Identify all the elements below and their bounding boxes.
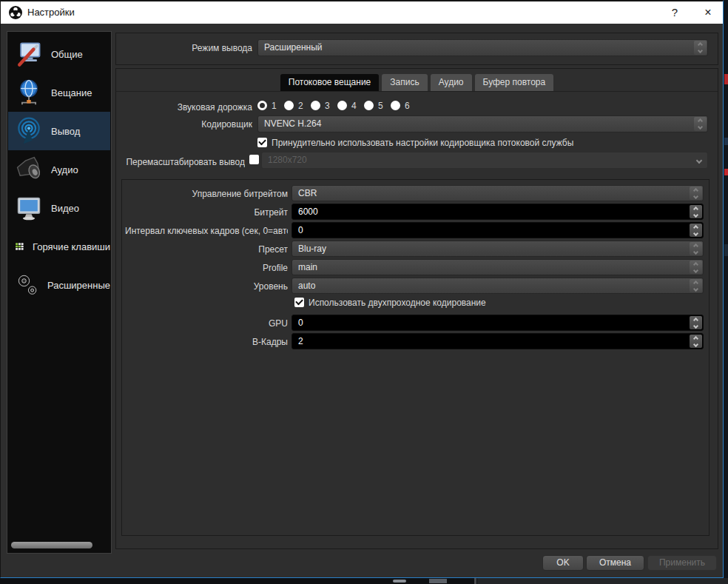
encoder-value: NVENC H.264 xyxy=(264,118,321,129)
spinner-buttons[interactable] xyxy=(690,187,702,200)
spinner-buttons[interactable] xyxy=(690,205,702,218)
cancel-button[interactable]: Отмена xyxy=(586,555,644,571)
window-title: Настройки xyxy=(27,1,75,24)
rescale-resolution-select: 1280x720 xyxy=(261,152,708,169)
tab-recording[interactable]: Запись xyxy=(382,74,427,91)
sidebar-item-video[interactable]: Видео xyxy=(8,189,110,227)
profile-select[interactable]: main xyxy=(291,259,704,275)
settings-window: Настройки ? × Общие xyxy=(0,0,724,578)
background-fragment xyxy=(724,74,728,84)
output-icon xyxy=(14,116,44,146)
spinner-buttons[interactable] xyxy=(690,279,702,292)
level-label: Уровень xyxy=(125,278,288,295)
audio-track-option: 6 xyxy=(405,101,410,111)
advanced-icon xyxy=(14,270,40,300)
tab-baseline xyxy=(116,91,718,92)
audio-track-radio-2[interactable] xyxy=(284,101,294,110)
audio-track-label: Звуковая дорожка xyxy=(115,99,252,115)
sidebar-item-audio[interactable]: Аудио xyxy=(8,150,110,189)
background-fragment xyxy=(429,579,447,583)
encoder-select[interactable]: NVENC H.264 xyxy=(257,115,708,132)
spinner-buttons[interactable] xyxy=(690,316,702,329)
spinner-buttons[interactable] xyxy=(694,41,707,55)
spinner-buttons[interactable] xyxy=(690,242,702,255)
bitrate-input[interactable]: 6000 xyxy=(291,204,704,220)
sidebar-item-label: Видео xyxy=(51,203,79,214)
spinner-buttons[interactable] xyxy=(690,224,702,237)
hotkeys-icon xyxy=(14,232,25,261)
bitrate-label: Битрейт xyxy=(125,204,288,221)
b-frames-value: 2 xyxy=(298,336,303,346)
output-mode-label: Режим вывода xyxy=(115,40,252,56)
sidebar-horizontal-scrollbar[interactable] xyxy=(11,542,92,548)
tab-replay-buffer[interactable]: Буфер повтора xyxy=(475,74,554,91)
gpu-label: GPU xyxy=(125,315,288,332)
rescale-label: Перемасштабировать вывод xyxy=(115,154,245,170)
ok-button[interactable]: OK xyxy=(542,555,584,571)
encoder-label: Кодировщик xyxy=(115,116,252,132)
audio-icon xyxy=(14,155,44,184)
settings-category-list: Общие Вещание xyxy=(7,31,112,554)
preset-value: Blu-ray xyxy=(298,244,326,254)
titlebar: Настройки ? × xyxy=(1,1,723,24)
gpu-value: 0 xyxy=(298,318,303,328)
sidebar-item-label: Вещание xyxy=(51,87,92,98)
keyframe-interval-value: 0 xyxy=(298,225,303,235)
video-icon xyxy=(14,193,44,223)
spinner-buttons[interactable] xyxy=(690,261,702,274)
output-mode-value: Расширенный xyxy=(264,42,323,53)
screen: Настройки ? × Общие xyxy=(0,0,728,584)
background-right-strip xyxy=(724,0,728,584)
tab-streaming[interactable]: Потоковое вещание xyxy=(280,74,380,91)
audio-track-option: 1 xyxy=(272,101,277,111)
b-frames-label: В-Кадры xyxy=(125,334,288,350)
sidebar-item-label: Вывод xyxy=(51,126,80,137)
b-frames-input[interactable]: 2 xyxy=(291,333,704,349)
rescale-checkbox[interactable] xyxy=(249,155,259,164)
rate-control-select[interactable]: CBR xyxy=(291,185,704,201)
general-icon xyxy=(14,39,44,69)
gpu-input[interactable]: 0 xyxy=(291,315,704,331)
audio-track-radio-4[interactable] xyxy=(337,101,347,110)
sidebar-item-hotkeys[interactable]: Горячие клавиши xyxy=(8,227,110,266)
sidebar-item-output[interactable]: Вывод xyxy=(8,112,110,150)
tab-audio[interactable]: Аудио xyxy=(431,74,472,91)
enforce-service-checkbox[interactable] xyxy=(257,138,267,147)
audio-track-option: 5 xyxy=(378,101,383,111)
profile-label: Profile xyxy=(125,260,288,276)
sidebar-item-label: Расширенные xyxy=(47,280,110,291)
background-fragment xyxy=(724,138,728,145)
dropdown-arrow-icon xyxy=(696,158,702,164)
two-pass-checkbox[interactable] xyxy=(294,298,304,307)
audio-track-option: 4 xyxy=(351,101,357,111)
close-button[interactable]: × xyxy=(692,1,724,24)
audio-track-radio-6[interactable] xyxy=(391,101,400,110)
preset-select[interactable]: Blu-ray xyxy=(291,241,704,257)
spinner-buttons[interactable] xyxy=(690,335,702,348)
background-fragment xyxy=(393,580,406,583)
sidebar-item-label: Горячие клавиши xyxy=(33,241,110,252)
audio-track-option: 3 xyxy=(325,101,330,111)
sidebar-item-label: Общие xyxy=(51,49,83,60)
level-value: auto xyxy=(298,281,315,291)
stream-icon xyxy=(14,78,44,107)
level-select[interactable]: auto xyxy=(291,278,704,294)
preset-label: Пресет xyxy=(125,241,288,258)
background-bottom-panel xyxy=(477,578,728,584)
audio-track-radio-5[interactable] xyxy=(364,101,374,110)
apply-button[interactable]: Применить xyxy=(647,555,717,571)
two-pass-label: Использовать двухпроходное кодирование xyxy=(309,298,486,308)
rescale-resolution-value: 1280x720 xyxy=(268,155,307,165)
spinner-buttons[interactable] xyxy=(694,117,707,131)
sidebar-item-label: Аудио xyxy=(51,164,78,175)
output-tabs: Потоковое вещаниеЗаписьАудиоБуфер повтор… xyxy=(115,74,718,91)
sidebar-item-advanced[interactable]: Расширенные xyxy=(8,266,110,304)
output-mode-select[interactable]: Расширенный xyxy=(257,39,708,56)
audio-track-radio-3[interactable] xyxy=(311,101,320,110)
sidebar-item-stream[interactable]: Вещание xyxy=(8,73,110,112)
sidebar-item-general[interactable]: Общие xyxy=(8,35,110,73)
help-button[interactable]: ? xyxy=(659,1,690,24)
background-fragment xyxy=(724,169,728,175)
keyframe-interval-input[interactable]: 0 xyxy=(291,222,704,238)
audio-track-radio-1[interactable] xyxy=(257,101,267,110)
